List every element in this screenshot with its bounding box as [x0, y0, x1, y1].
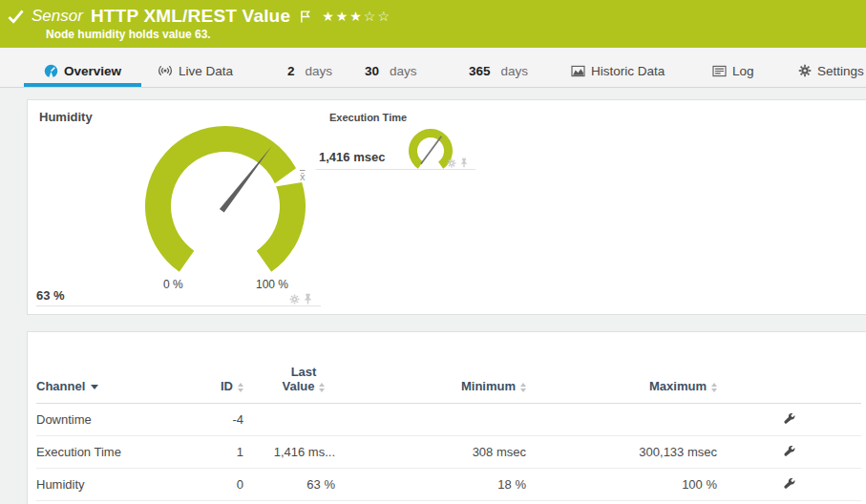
column-header-minimum[interactable]: Minimum — [364, 351, 529, 404]
channel-minimum: 308 msec — [364, 436, 529, 469]
column-header-id[interactable]: ID — [213, 351, 246, 404]
sensor-kind-label: Sensor — [32, 7, 83, 26]
tab-2-days[interactable]: 2days — [287, 59, 332, 82]
check-icon — [8, 10, 24, 24]
sort-icon — [238, 383, 243, 392]
priority-flag-icon[interactable] — [300, 10, 310, 23]
humidity-gauge-title: Humidity — [39, 110, 93, 124]
gauges-panel: Humidity x̄ 0 % 100 % 63 % Execution Tim… — [27, 99, 866, 315]
tab-label: days — [501, 64, 529, 78]
channels-table: Channel ID LastValue Minimum Maximum Dow… — [36, 351, 861, 501]
sort-desc-icon — [91, 385, 98, 389]
tab-bar: Overview Live Data 2days 30days 365days … — [0, 48, 866, 88]
channel-maximum: 100 % — [529, 469, 720, 501]
channel-last-value: 63 % — [246, 469, 364, 501]
channel-last-value — [246, 404, 364, 436]
sensor-title: HTTP XML/REST Value — [91, 6, 290, 27]
sort-icon — [520, 383, 526, 392]
tab-number: 2 — [287, 64, 295, 78]
execution-time-cell-divider — [316, 169, 475, 170]
channels-panel: Channel ID LastValue Minimum Maximum Dow… — [27, 331, 866, 504]
sort-icon — [319, 383, 325, 392]
broadcast-icon — [158, 64, 173, 77]
channel-last-value: 1,416 ms... — [246, 436, 364, 469]
table-header-row: Channel ID LastValue Minimum Maximum — [36, 351, 861, 404]
wrench-icon[interactable] — [783, 445, 795, 457]
area-chart-icon — [571, 65, 585, 77]
wrench-icon[interactable] — [783, 477, 795, 490]
tab-label: Overview — [64, 64, 121, 78]
channel-id: 0 — [213, 469, 246, 501]
column-header-settings — [720, 351, 861, 404]
tab-label: days — [390, 64, 417, 78]
tab-historic-data[interactable]: Historic Data — [571, 59, 665, 82]
tab-overview[interactable]: Overview — [44, 59, 121, 82]
execution-time-current-value: 1,416 msec — [319, 150, 385, 164]
tab-label: Settings — [817, 64, 864, 78]
gear-icon[interactable] — [447, 158, 456, 168]
channel-maximum: 300,133 msec — [529, 436, 720, 469]
tab-number: 30 — [365, 64, 379, 78]
wrench-icon[interactable] — [783, 412, 795, 425]
column-header-last-value[interactable]: LastValue — [246, 351, 364, 404]
gauge-scale-max: 100 % — [256, 278, 288, 291]
gear-icon[interactable] — [289, 294, 300, 304]
channel-name: Downtime — [36, 404, 213, 436]
gauge-needle — [421, 136, 441, 164]
column-header-maximum[interactable]: Maximum — [529, 351, 720, 404]
humidity-gauge — [141, 122, 309, 290]
channel-name: Execution Time — [36, 436, 213, 469]
tab-365-days[interactable]: 365days — [469, 59, 528, 82]
log-icon — [712, 65, 727, 77]
tab-log[interactable]: Log — [712, 59, 754, 82]
sort-icon — [711, 383, 717, 392]
tab-settings[interactable]: Settings — [798, 59, 864, 82]
table-row-execution-time: Execution Time 1 1,416 ms... 308 msec 30… — [36, 436, 861, 469]
channel-id: 1 — [213, 436, 246, 469]
gear-icon — [798, 64, 812, 77]
table-row-humidity: Humidity 0 63 % 18 % 100 % — [36, 469, 861, 501]
channel-maximum — [529, 404, 720, 436]
tab-label: Log — [732, 64, 754, 78]
column-header-channel[interactable]: Channel — [36, 351, 213, 404]
tab-number: 365 — [469, 64, 491, 78]
tab-30-days[interactable]: 30days — [365, 59, 417, 82]
pin-icon[interactable] — [460, 158, 468, 168]
tab-label: Historic Data — [591, 64, 665, 78]
channel-minimum: 18 % — [364, 469, 529, 501]
humidity-current-value: 63 % — [36, 288, 65, 303]
active-tab-indicator — [24, 83, 141, 87]
table-row-downtime: Downtime -4 — [36, 404, 861, 436]
channel-id: -4 — [213, 404, 246, 436]
channel-minimum — [364, 404, 529, 436]
channel-name: Humidity — [36, 469, 213, 501]
gauge-icon — [44, 64, 58, 78]
average-marker: x̄ — [300, 171, 306, 182]
tab-live-data[interactable]: Live Data — [158, 59, 233, 82]
tab-label: days — [306, 64, 333, 78]
sensor-status-message: Node humidity holds value 63. — [46, 28, 211, 41]
priority-stars[interactable]: ★★★☆☆ — [322, 9, 391, 24]
tab-label: Live Data — [179, 64, 233, 78]
gauge-scale-min: 0 % — [163, 278, 183, 291]
prtg-sensor-page: Sensor HTTP XML/REST Value ★★★☆☆ Node hu… — [0, 0, 866, 504]
pin-icon[interactable] — [304, 293, 312, 304]
sensor-header: Sensor HTTP XML/REST Value ★★★☆☆ Node hu… — [0, 0, 866, 48]
execution-time-gauge-title: Execution Time — [329, 112, 407, 123]
humidity-cell-divider — [36, 305, 321, 306]
